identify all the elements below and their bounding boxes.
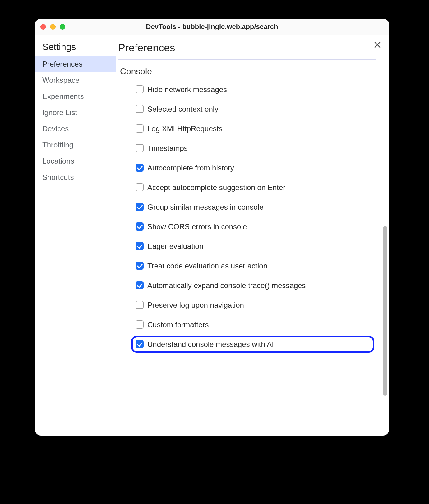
window-close-button[interactable] [40, 24, 46, 30]
sidebar-item-workspace[interactable]: Workspace [35, 72, 116, 88]
checkbox[interactable] [136, 320, 144, 329]
option-row[interactable]: Hide network messages [136, 80, 372, 99]
option-label: Automatically expand console.trace() mes… [147, 281, 306, 290]
checkbox[interactable] [136, 203, 144, 211]
option-row[interactable]: Accept autocomplete suggestion on Enter [136, 178, 372, 197]
checkbox[interactable] [136, 222, 144, 231]
option-row[interactable]: Selected context only [136, 99, 372, 119]
window-titlebar: DevTools - bubble-jingle.web.app/search [35, 19, 389, 35]
checkbox[interactable] [136, 301, 144, 309]
settings-sidebar: Settings PreferencesWorkspaceExperiments… [35, 35, 116, 436]
option-label: Understand console messages with AI [147, 339, 274, 349]
checkbox[interactable] [136, 262, 144, 270]
sidebar-item-experiments[interactable]: Experiments [35, 88, 116, 105]
checkbox[interactable] [136, 124, 144, 133]
option-row[interactable]: Custom formatters [136, 315, 372, 334]
option-row[interactable]: Automatically expand console.trace() mes… [136, 276, 372, 295]
checkbox[interactable] [136, 144, 144, 152]
page-title: Preferences [118, 42, 376, 60]
sidebar-item-throttling[interactable]: Throttling [35, 137, 116, 153]
option-label: Autocomplete from history [147, 163, 234, 173]
option-label: Custom formatters [147, 320, 209, 329]
checkbox[interactable] [136, 340, 144, 348]
sidebar-item-locations[interactable]: Locations [35, 153, 116, 169]
window-title: DevTools - bubble-jingle.web.app/search [146, 23, 278, 31]
option-label: Eager evaluation [147, 241, 203, 251]
sidebar-nav-list: PreferencesWorkspaceExperimentsIgnore Li… [35, 56, 116, 185]
settings-content: Preferences Console Hide network message… [116, 35, 389, 436]
option-label: Treat code evaluation as user action [147, 261, 267, 271]
vertical-scrollbar-thumb[interactable] [383, 226, 387, 396]
section-console-title: Console [120, 67, 378, 77]
option-row[interactable]: Log XMLHttpRequests [136, 119, 372, 138]
option-label: Log XMLHttpRequests [147, 124, 222, 133]
sidebar-item-preferences[interactable]: Preferences [35, 56, 116, 72]
option-label: Timestamps [147, 143, 188, 153]
option-row[interactable]: Preserve log upon navigation [136, 295, 372, 315]
option-row[interactable]: Eager evaluation [136, 236, 372, 256]
option-label: Show CORS errors in console [147, 222, 247, 231]
option-label: Selected context only [147, 104, 218, 114]
checkbox[interactable] [136, 164, 144, 172]
option-row[interactable]: Show CORS errors in console [136, 217, 372, 236]
sidebar-title: Settings [35, 42, 116, 56]
console-options-list: Hide network messagesSelected context on… [118, 80, 378, 354]
sidebar-item-devices[interactable]: Devices [35, 121, 116, 137]
window-traffic-lights [40, 24, 65, 30]
checkbox[interactable] [136, 281, 144, 289]
option-label: Group similar messages in console [147, 202, 264, 212]
checkbox[interactable] [136, 242, 144, 250]
option-row[interactable]: Treat code evaluation as user action [136, 256, 372, 276]
option-row[interactable]: Group similar messages in console [136, 197, 372, 217]
option-row[interactable]: Autocomplete from history [136, 158, 372, 178]
checkbox[interactable] [136, 105, 144, 113]
devtools-settings-window: DevTools - bubble-jingle.web.app/search … [35, 19, 389, 436]
option-row[interactable]: Understand console messages with AI [136, 334, 372, 354]
option-row[interactable]: Timestamps [136, 138, 372, 158]
checkbox[interactable] [136, 183, 144, 191]
checkbox[interactable] [136, 85, 144, 93]
window-maximize-button[interactable] [60, 24, 65, 30]
option-label: Preserve log upon navigation [147, 300, 244, 310]
option-label: Hide network messages [147, 85, 227, 94]
window-minimize-button[interactable] [50, 24, 56, 30]
sidebar-item-ignore-list[interactable]: Ignore List [35, 105, 116, 121]
sidebar-item-shortcuts[interactable]: Shortcuts [35, 169, 116, 185]
option-label: Accept autocomplete suggestion on Enter [147, 183, 285, 192]
